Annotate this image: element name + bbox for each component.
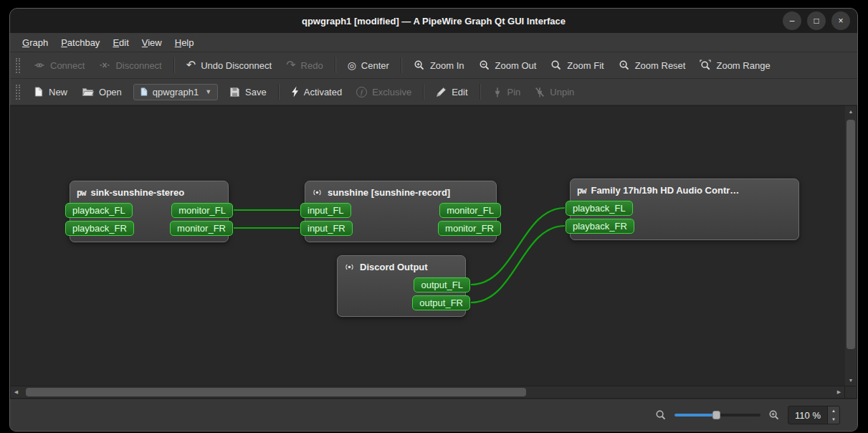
zoom-reset-label: Zoom Reset xyxy=(635,60,686,71)
redo-button[interactable]: ↷ Redo xyxy=(280,57,329,75)
menu-graph[interactable]: Graph xyxy=(16,34,54,51)
exclusive-icon: ƒ xyxy=(356,87,367,97)
unpin-button[interactable]: Unpin xyxy=(528,83,581,101)
port-output[interactable]: monitor_FL xyxy=(439,203,501,218)
pin-icon xyxy=(492,87,502,97)
node-header[interactable]: pw sink-sunshine-stereo xyxy=(70,184,228,201)
exclusive-button[interactable]: ƒ Exclusive xyxy=(350,83,418,101)
undo-disconnect-button[interactable]: ↶ Undo Disconnect xyxy=(180,57,278,75)
horizontal-scrollbar[interactable]: ◀ ▶ xyxy=(10,386,845,399)
node-family-hd-audio[interactable]: pw Family 17h/19h HD Audio Contr… playba… xyxy=(570,179,799,240)
vertical-scroll-track[interactable] xyxy=(845,117,857,375)
menu-help[interactable]: Help xyxy=(168,34,201,51)
port-output[interactable]: monitor_FR xyxy=(170,221,233,236)
close-button[interactable]: × xyxy=(831,11,850,30)
node-title: sunshine [sunshine-record] xyxy=(328,187,450,198)
zoom-fit-label: Zoom Fit xyxy=(567,60,604,71)
port-input[interactable]: playback_FL xyxy=(65,203,133,218)
center-button[interactable]: ◎ Center xyxy=(341,57,396,75)
zoom-out-small-icon[interactable] xyxy=(655,409,667,421)
zoom-reset-icon xyxy=(619,60,630,71)
port-output[interactable]: output_FR xyxy=(412,295,470,310)
port-output[interactable]: monitor_FL xyxy=(171,203,233,218)
zoom-in-small-icon[interactable] xyxy=(768,409,780,421)
minimize-button[interactable]: – xyxy=(783,11,801,30)
open-folder-icon xyxy=(82,87,94,97)
spin-down-icon[interactable]: ▼ xyxy=(828,415,839,424)
activated-label: Activated xyxy=(304,87,342,97)
zoom-reset-button[interactable]: Zoom Reset xyxy=(612,56,692,75)
titlebar[interactable]: qpwgraph1 [modified] — A PipeWire Graph … xyxy=(10,9,857,33)
connection-lines xyxy=(11,106,845,386)
document-icon xyxy=(140,87,148,97)
node-header[interactable]: pw Family 17h/19h HD Audio Contr… xyxy=(571,181,798,199)
spinbox-arrows: ▲ ▼ xyxy=(827,406,839,424)
menubar: Graph Patchbay Edit View Help xyxy=(10,33,857,52)
toolbar-grip[interactable] xyxy=(16,85,20,100)
spin-up-icon[interactable]: ▲ xyxy=(828,406,839,415)
undo-disconnect-label: Undo Disconnect xyxy=(201,60,272,71)
port-input[interactable]: playback_FL xyxy=(566,201,633,216)
zoom-slider[interactable] xyxy=(674,409,760,421)
node-header[interactable]: sunshine [sunshine-record] xyxy=(305,184,496,201)
zoom-in-button[interactable]: Zoom In xyxy=(407,56,471,75)
connect-button[interactable]: Connect xyxy=(27,56,91,75)
zoom-spinbox[interactable]: 110 % ▲ ▼ xyxy=(788,406,840,424)
menu-edit[interactable]: Edit xyxy=(106,34,135,51)
redo-icon: ↷ xyxy=(286,60,295,70)
scroll-up-arrow-icon[interactable]: ▲ xyxy=(845,106,857,117)
window-title: qpwgraph1 [modified] — A PipeWire Graph … xyxy=(302,16,566,27)
port-input[interactable]: playback_FR xyxy=(65,221,134,236)
unpin-label: Unpin xyxy=(550,87,574,97)
pipewire-icon: pw xyxy=(577,186,586,196)
zoom-fit-icon xyxy=(550,60,562,71)
combo-value: qpwgraph1 xyxy=(153,87,199,97)
scroll-right-arrow-icon[interactable]: ▶ xyxy=(834,386,844,398)
menu-patchbay[interactable]: Patchbay xyxy=(54,34,106,51)
menu-view[interactable]: View xyxy=(135,34,168,51)
port-output[interactable]: output_FL xyxy=(414,277,470,292)
activated-button[interactable]: Activated xyxy=(285,82,348,101)
app-window: qpwgraph1 [modified] — A PipeWire Graph … xyxy=(9,8,858,432)
scrollbar-corner xyxy=(845,386,857,399)
port-output[interactable]: monitor_FR xyxy=(438,221,501,236)
port-input[interactable]: playback_FR xyxy=(566,219,634,234)
horizontal-scroll-track[interactable] xyxy=(22,386,834,398)
port-input[interactable]: input_FR xyxy=(300,221,353,236)
node-header[interactable]: Discord Output xyxy=(338,258,465,276)
toolbar-separator xyxy=(278,84,280,100)
edit-button[interactable]: Edit xyxy=(429,83,474,101)
pin-button[interactable]: Pin xyxy=(486,83,528,101)
node-sunshine-record[interactable]: sunshine [sunshine-record] input_FL moni… xyxy=(305,181,497,242)
disconnect-icon xyxy=(99,60,110,71)
patchbay-profile-combobox[interactable]: qpwgraph1 ▼ xyxy=(133,84,218,100)
graph-canvas[interactable]: pw sink-sunshine-stereo playback_FL moni… xyxy=(10,105,845,386)
open-button[interactable]: Open xyxy=(75,83,128,101)
scroll-down-arrow-icon[interactable]: ▼ xyxy=(845,375,857,386)
new-button[interactable]: New xyxy=(27,82,74,101)
maximize-button[interactable]: □ xyxy=(807,11,826,30)
node-sink-sunshine-stereo[interactable]: pw sink-sunshine-stereo playback_FL moni… xyxy=(70,181,229,242)
vertical-scroll-thumb[interactable] xyxy=(846,120,855,349)
zoom-fit-button[interactable]: Zoom Fit xyxy=(544,56,610,75)
port-input[interactable]: input_FL xyxy=(300,203,351,218)
horizontal-scroll-thumb[interactable] xyxy=(26,388,526,396)
audio-icon xyxy=(312,187,323,198)
graph-toolbar: Connect Disconnect ↶ Undo Disconnect ↷ R… xyxy=(10,52,857,79)
toolbar-grip[interactable] xyxy=(16,58,20,73)
edit-label: Edit xyxy=(452,87,467,97)
hscroll-row: ◀ ▶ xyxy=(10,386,857,399)
zoom-range-button[interactable]: Zoom Range xyxy=(693,56,776,75)
disconnect-button[interactable]: Disconnect xyxy=(92,56,168,75)
audio-icon xyxy=(344,262,355,272)
vertical-scrollbar[interactable]: ▲ ▼ xyxy=(845,105,857,386)
zoom-out-button[interactable]: Zoom Out xyxy=(472,56,543,75)
scroll-left-arrow-icon[interactable]: ◀ xyxy=(11,386,22,398)
exclusive-label: Exclusive xyxy=(372,87,411,97)
zoom-in-label: Zoom In xyxy=(430,60,464,71)
zoom-slider-thumb[interactable] xyxy=(712,411,720,419)
connect-icon xyxy=(34,60,45,71)
save-button[interactable]: Save xyxy=(223,83,273,101)
connect-label: Connect xyxy=(50,60,85,71)
node-discord-output[interactable]: Discord Output output_FL output_FR xyxy=(337,255,466,317)
